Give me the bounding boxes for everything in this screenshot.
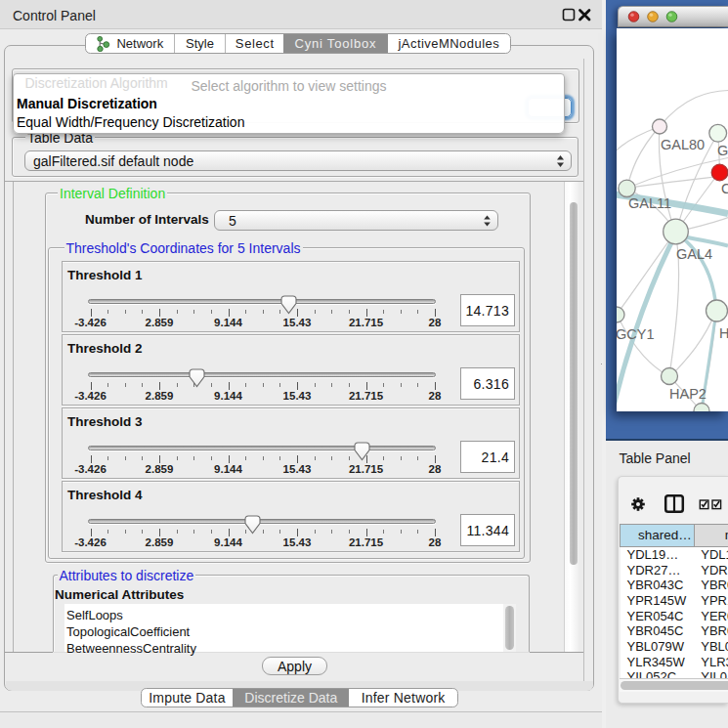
svg-text:GAL11: GAL11 bbox=[628, 194, 671, 210]
svg-text:HAP2: HAP2 bbox=[669, 385, 707, 401]
svg-text:C: C bbox=[721, 180, 728, 195]
svg-text:G.: G. bbox=[717, 142, 728, 157]
svg-text:GAL4: GAL4 bbox=[676, 245, 712, 261]
svg-text:GAL80: GAL80 bbox=[661, 136, 705, 151]
svg-text:GCY1: GCY1 bbox=[617, 325, 655, 341]
svg-text:H: H bbox=[719, 324, 728, 340]
